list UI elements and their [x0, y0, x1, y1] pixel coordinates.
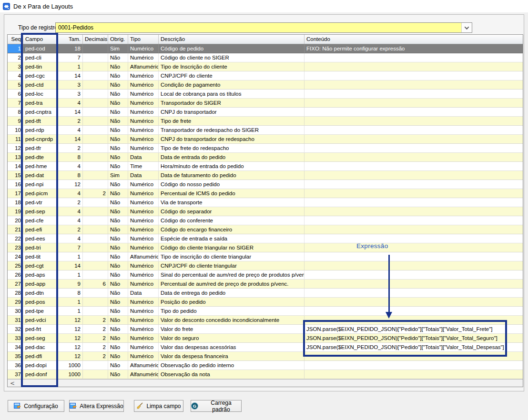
carrega-padrao-button[interactable]: G Carrega padrão: [191, 400, 242, 412]
table-row[interactable]: 21ped-efi2NãoNuméricoCódigo do encargo f…: [8, 225, 523, 234]
table-row[interactable]: 24ped-tit1NãoAlfanuméricoTipo de inscriç…: [8, 252, 523, 261]
table-row[interactable]: 27ped-app96NãoNuméricoPercentual de aum/…: [8, 280, 523, 289]
cell-obrig: Não: [108, 153, 128, 162]
cell-obrig: Não: [108, 361, 128, 370]
cell-campo: ped-loc: [23, 90, 58, 99]
table-row[interactable]: 34ped-dac122NãoNuméricoValor das despesa…: [8, 343, 523, 352]
limpa-campo-button[interactable]: Limpa campo: [134, 400, 183, 412]
cell-obrig: Não: [108, 243, 128, 252]
cell-tam: 4: [58, 126, 83, 135]
table-row[interactable]: 3ped-tin1NãoAlfanuméricoTipo de Inscriçã…: [8, 62, 523, 71]
column-header-campo[interactable]: Campo: [23, 35, 58, 44]
table-row[interactable]: 23ped-tri7NãoNuméricoCódigo do cliente t…: [8, 243, 523, 252]
cell-tam: 1000: [58, 361, 83, 370]
cell-descricao: CNPJ do transportador de redespacho: [159, 135, 305, 144]
table-row[interactable]: 33ped-seg122NãoNuméricoValor do seguroJS…: [8, 334, 523, 343]
cell-obrig: Não: [108, 99, 128, 108]
table-row[interactable]: 36ped-dopi1000NãoAlfanuméricoObservação …: [8, 361, 523, 370]
cell-obrig: Não: [108, 270, 128, 280]
annotation-arrowhead-icon: [386, 312, 392, 319]
scroll-left-icon[interactable]: <: [10, 380, 15, 387]
column-header-obrig[interactable]: Obrig.: [108, 35, 128, 44]
cell-tipo: Numérico: [128, 234, 159, 243]
table-row[interactable]: 35ped-dfi122NãoNuméricoValor da despesa …: [8, 352, 523, 361]
table-row[interactable]: 15ped-dat8SimDataData de faturamento do …: [8, 171, 523, 180]
cell-tam: 4: [58, 234, 83, 243]
column-header-descricao[interactable]: Descrição: [159, 35, 305, 44]
cell-conteudo: [305, 252, 523, 261]
column-header-tipo[interactable]: Tipo: [128, 35, 159, 44]
cell-tipo: Numérico: [128, 135, 159, 144]
cell-tam: 2: [58, 117, 83, 126]
table-row[interactable]: 12ped-tfr2NãoNuméricoTipo de frete do re…: [8, 144, 523, 153]
table-row[interactable]: 25ped-cgt14NãoNuméricoCNPJ/CPF do client…: [8, 261, 523, 270]
table-row[interactable]: 8ped-cnptra14NãoNuméricoCNPJ do transpor…: [8, 108, 523, 117]
cell-descricao: Observação da nota: [159, 370, 305, 379]
dropdown-button[interactable]: [461, 23, 472, 32]
cell-tam: 4: [58, 99, 83, 108]
table-row[interactable]: 9ped-tft2NãoNuméricoTipo de frete: [8, 117, 523, 126]
cell-tam: 3: [58, 90, 83, 99]
cell-tam: 12: [58, 352, 83, 361]
table-row[interactable]: 32ped-frt122NãoNuméricoValor do freteJSO…: [8, 325, 523, 334]
horizontal-scrollbar[interactable]: <: [8, 379, 523, 387]
cell-obrig: Não: [108, 162, 128, 171]
cell-tipo: Alfanumérico: [128, 361, 159, 370]
cell-seq: 36: [8, 361, 23, 370]
cell-tam: 7: [58, 243, 83, 252]
table-row[interactable]: 17ped-picm42NãoNuméricoPercentual de ICM…: [8, 189, 523, 198]
cell-campo: ped-tit: [23, 252, 58, 261]
cell-decimais: [83, 144, 108, 153]
cell-obrig: Não: [108, 144, 128, 153]
cell-seq: 34: [8, 343, 23, 352]
table-row[interactable]: 16ped-npi12NãoNuméricoCódigo do nosso pe…: [8, 180, 523, 189]
table-row[interactable]: 37ped-donf1000NãoAlfanuméricoObservação …: [8, 370, 523, 379]
table-row[interactable]: 14ped-hme4NãoTimeHora/minuto de entrada …: [8, 162, 523, 171]
cell-seq: 25: [8, 261, 23, 270]
cell-obrig: Não: [108, 307, 128, 316]
cell-decimais: [83, 90, 108, 99]
cell-campo: ped-cgt: [23, 261, 58, 270]
table-row[interactable]: 10ped-rdp4NãoNuméricoTransportador de re…: [8, 126, 523, 135]
cell-tipo: Numérico: [128, 343, 159, 352]
column-header-seq[interactable]: Seq: [8, 35, 23, 44]
chevron-down-icon: [465, 25, 469, 30]
table-row[interactable]: 6ped-loc3NãoNuméricoLocal de cobrança pa…: [8, 90, 523, 99]
cell-decimais: [83, 252, 108, 261]
column-header-decimais[interactable]: Decimais: [83, 35, 108, 44]
table-row[interactable]: 29ped-pos1NãoNuméricoPosição do pedido: [8, 298, 523, 307]
cell-tam: 8: [58, 171, 83, 180]
table-row[interactable]: 7ped-tra4NãoNuméricoTransportador do SIG…: [8, 99, 523, 108]
table-row[interactable]: 1ped-cod18SimNuméricoCódigo de pedidoFIX…: [8, 44, 523, 53]
cell-tipo: Numérico: [128, 180, 159, 189]
cell-obrig: Não: [108, 352, 128, 361]
table-row[interactable]: 30ped-tpe1NãoNuméricoTipo do pedido: [8, 307, 523, 316]
cell-conteudo: [305, 180, 523, 189]
table-row[interactable]: 26ped-aps1NãoNuméricoSinal do percentual…: [8, 270, 523, 280]
altera-expressao-button[interactable]: Altera Expressão: [69, 400, 124, 412]
table-row[interactable]: 13ped-dte8NãoDataData de entrada do pedi…: [8, 153, 523, 162]
table-row[interactable]: 4ped-cgc14NãoNuméricoCNPJ/CPF do cliente: [8, 71, 523, 80]
configuracao-button[interactable]: Configuração: [8, 400, 64, 412]
table-row[interactable]: 11ped-cnprdp14NãoNuméricoCNPJ do transpo…: [8, 135, 523, 144]
table-row[interactable]: 28ped-dtn8NãoDataData de entrega do pedi…: [8, 289, 523, 298]
column-header-tam[interactable]: Tam.: [58, 35, 83, 44]
cell-decimais: [83, 80, 108, 90]
table-row[interactable]: 5ped-ctd3NãoNuméricoCondição de pagament…: [8, 80, 523, 90]
table-row[interactable]: 20ped-cfe4NãoNuméricoCódigo do conferent…: [8, 216, 523, 225]
table-row[interactable]: 19ped-sep4NãoNuméricoCódigo do separador: [8, 207, 523, 216]
cell-campo: ped-tft: [23, 117, 58, 126]
cell-obrig: Não: [108, 53, 128, 62]
table-row[interactable]: 31ped-vdci122NãoNuméricoValor do descont…: [8, 316, 523, 325]
record-type-value: 0001-Pedidos: [56, 24, 461, 31]
column-header-conteudo[interactable]: Conteúdo: [305, 35, 523, 44]
record-type-label: Tipo de registro: [18, 24, 58, 31]
table-row[interactable]: 18ped-vtr2NãoNuméricoVia de transporte: [8, 198, 523, 207]
table-row[interactable]: 2ped-cli7NãoNuméricoCódigo do cliente no…: [8, 53, 523, 62]
record-type-dropdown[interactable]: 0001-Pedidos: [55, 22, 472, 33]
annotation-arrow-icon: [388, 255, 390, 313]
table-row[interactable]: 22ped-ees4NãoNuméricoEspécie de entrada …: [8, 234, 523, 243]
cell-conteudo: [305, 270, 523, 280]
cell-seq: 37: [8, 370, 23, 379]
cell-campo: ped-app: [23, 280, 58, 289]
